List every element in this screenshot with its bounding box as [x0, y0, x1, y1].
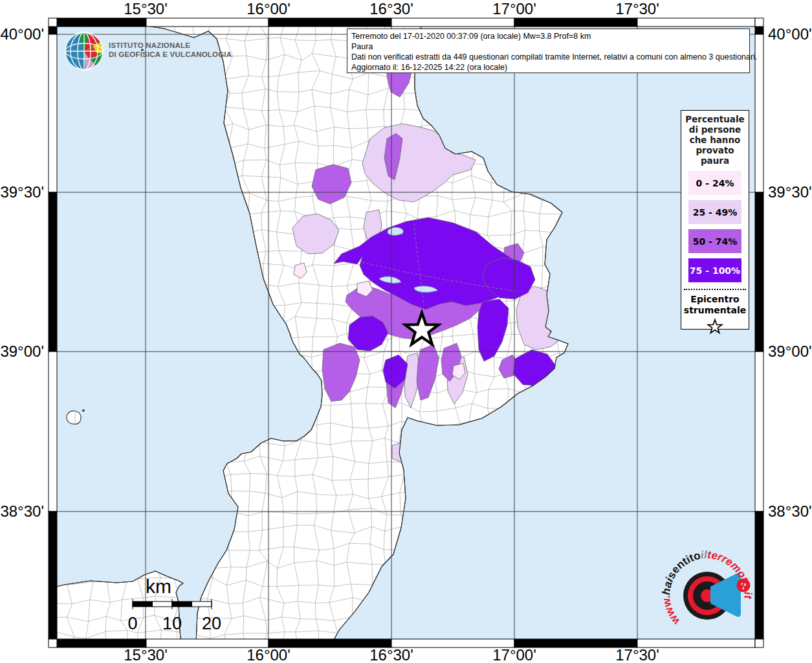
lon-top-0: 15°30' — [124, 0, 168, 17]
lat-right-3: 38°30' — [768, 502, 812, 520]
legend-title-line: provato — [681, 145, 749, 155]
lon-top-1: 16°00' — [247, 0, 291, 17]
legend: Percentuale di persone che hanno provato… — [681, 110, 749, 330]
lat-left-0: 40°00' — [0, 25, 44, 43]
scale-tick-10: 10 — [162, 614, 182, 633]
scale-unit-label: km — [146, 576, 171, 597]
lon-top-4: 17°30' — [615, 0, 659, 17]
legend-swatch-75-100: 75 - 100% — [688, 258, 741, 282]
legend-epicenter-line: Epicentro — [681, 294, 749, 305]
lon-bottom-1: 16°00' — [247, 646, 291, 663]
lon-bottom-2: 16°30' — [369, 646, 413, 663]
event-data-line: Dati non verificati estratti da 449 ques… — [351, 52, 745, 62]
lon-bottom-3: 17°00' — [492, 646, 536, 663]
legend-label-25-49: 25 - 49% — [693, 207, 738, 218]
legend-label-50-74: 50 - 74% — [693, 236, 738, 247]
lat-right-2: 39°00' — [768, 343, 812, 360]
map-area: km 0 10 20 — [32, 1, 774, 663]
ingv-logo-globe — [65, 32, 103, 70]
lat-left-3: 38°30' — [0, 502, 44, 520]
event-update-line: Aggiornato il: 16-12-2025 14:22 (ora loc… — [351, 62, 745, 73]
ingv-line-2: DI GEOFISICA E VULCANOLOGIA — [109, 50, 232, 59]
legend-title: Percentuale di persone che hanno provato… — [681, 111, 749, 166]
scale-tick-20: 20 — [202, 614, 221, 633]
stromboli-island — [67, 411, 81, 424]
legend-title-line: che hanno — [681, 135, 749, 145]
legend-title-line: di persone — [681, 124, 749, 135]
lat-right-1: 39°30' — [768, 183, 812, 201]
lon-bottom-4: 17°30' — [615, 646, 659, 663]
lat-left-1: 39°30' — [0, 183, 44, 201]
islet-dot — [83, 410, 85, 412]
legend-swatch-50-74: 50 - 74% — [688, 229, 741, 253]
lat-left-2: 39°00' — [0, 343, 44, 360]
lon-bottom-0: 15°30' — [124, 646, 168, 663]
lat-right-0: 40°00' — [768, 25, 812, 43]
felt-report-map-page: km 0 10 20 — [0, 0, 812, 663]
event-title-line: Terremoto del 17-01-2020 00:37:09 (ora l… — [351, 31, 745, 41]
lon-top-3: 17°00' — [492, 0, 536, 17]
website-il: il — [700, 548, 708, 561]
legend-label-75-100: 75 - 100% — [690, 265, 740, 276]
event-info-box: Terremoto del 17-01-2020 00:37:09 (ora l… — [347, 28, 750, 73]
event-metric-line: Paura — [351, 41, 745, 52]
legend-swatch-0-24: 0 - 24% — [688, 171, 741, 195]
legend-epicenter-line: strumentale — [681, 305, 749, 316]
ingv-wordmark: ISTITUTO NAZIONALE DI GEOFISICA E VULCAN… — [109, 41, 232, 59]
ingv-line-1: ISTITUTO NAZIONALE — [109, 41, 232, 50]
legend-title-line: paura — [681, 155, 749, 166]
legend-title-line: Percentuale — [681, 114, 749, 124]
legend-divider — [684, 289, 746, 290]
lon-top-2: 16°30' — [369, 0, 413, 17]
legend-label-0-24: 0 - 24% — [696, 178, 734, 188]
scale-tick-0: 0 — [127, 614, 137, 633]
legend-swatch-25-49: 25 - 49% — [688, 200, 741, 224]
epicenter-star-icon — [705, 317, 725, 335]
legend-epicenter-label: Epicentro strumentale — [681, 294, 749, 316]
